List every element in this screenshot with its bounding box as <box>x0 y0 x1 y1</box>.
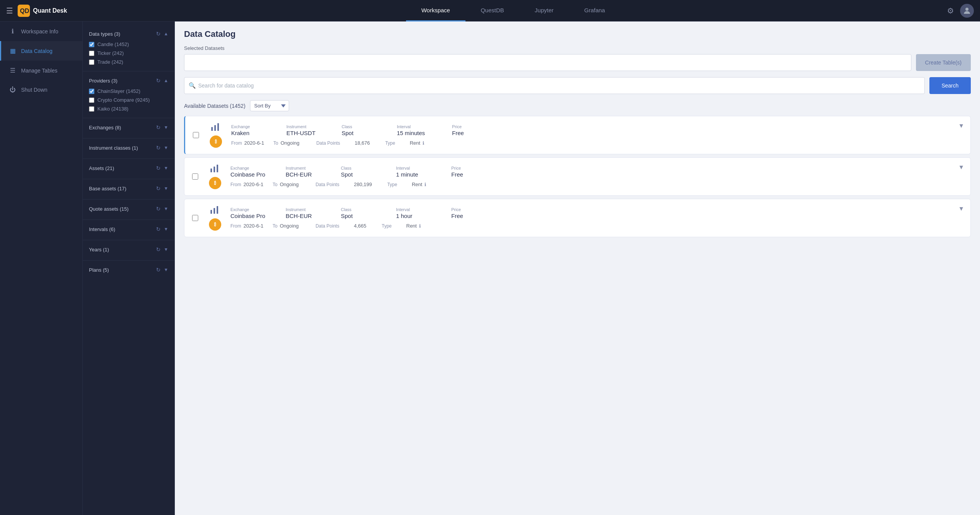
instrument-classes-refresh-icon[interactable]: ↻ <box>156 145 161 151</box>
chainslayer-checkbox[interactable] <box>89 89 94 94</box>
card-1-to-value: Ongoing <box>280 182 299 187</box>
svg-rect-4 <box>214 125 216 131</box>
chainslayer-label[interactable]: ChainSlayer (1452) <box>97 88 140 94</box>
sidebar-item-workspace-info[interactable]: ℹ Workspace Info <box>0 21 82 41</box>
card-0-expand-button[interactable]: ▼ <box>958 122 964 129</box>
instrument-classes-collapse-icon[interactable]: ▼ <box>164 145 168 150</box>
cryptocompare-checkbox[interactable] <box>89 97 94 103</box>
svg-text:QD: QD <box>20 8 29 14</box>
intervals-header: Intervals (6) ↻ ▼ <box>89 226 168 232</box>
nav-tab-jupyter[interactable]: Jupyter <box>520 0 569 21</box>
nav-actions: ⚙ <box>947 4 974 18</box>
card-1-rent-info-icon[interactable]: ℹ <box>424 182 426 187</box>
plans-actions: ↻ ▼ <box>156 267 168 273</box>
base-assets-collapse-icon[interactable]: ▼ <box>164 186 168 191</box>
card-2-rent-info-icon[interactable]: ℹ <box>419 223 421 229</box>
selected-datasets-section: Selected Datasets Create Table(s) <box>175 45 980 77</box>
card-0-to-label: To <box>273 140 278 146</box>
quote-assets-refresh-icon[interactable]: ↻ <box>156 206 161 212</box>
nav-tab-workspace[interactable]: Workspace <box>406 0 465 21</box>
intervals-collapse-icon[interactable]: ▼ <box>164 226 168 232</box>
sort-select[interactable]: Sort By Exchange Instrument Price <box>250 100 289 111</box>
plans-collapse-icon[interactable]: ▼ <box>164 267 168 272</box>
card-2-to-value: Ongoing <box>280 223 299 229</box>
power-icon: ⏻ <box>9 86 16 93</box>
card-0-price-label: Price <box>452 124 490 129</box>
plans-header: Plans (5) ↻ ▼ <box>89 267 168 273</box>
data-types-refresh-icon[interactable]: ↻ <box>156 31 161 37</box>
card-1-expand-button[interactable]: ▼ <box>958 164 964 171</box>
sidebar-item-data-catalog[interactable]: ▦ Data Catalog <box>0 41 82 61</box>
create-tables-button[interactable]: Create Table(s) <box>916 54 971 71</box>
user-avatar[interactable] <box>960 4 974 18</box>
card-1-icon-wrap: ₿ <box>206 164 224 189</box>
hamburger-icon[interactable]: ☰ <box>6 6 13 15</box>
card-0-checkbox[interactable] <box>193 132 199 138</box>
card-2-price-value: Free <box>451 213 490 219</box>
sidebar-item-manage-tables[interactable]: ☰ Manage Tables <box>0 61 82 80</box>
assets-collapse-icon[interactable]: ▼ <box>164 165 168 171</box>
kaiko-label[interactable]: Kaiko (24138) <box>97 106 128 112</box>
candle-label[interactable]: Candle (1452) <box>97 41 129 47</box>
filter-section-quote-assets: Quote assets (15) ↻ ▼ <box>83 203 174 216</box>
kaiko-checkbox[interactable] <box>89 106 94 112</box>
trade-checkbox[interactable] <box>89 59 94 65</box>
card-1-instrument-col: Instrument BCH-EUR <box>286 166 332 178</box>
nav-tab-grafana[interactable]: Grafana <box>569 0 620 21</box>
available-datasets-section: Available Datasets (1452) Sort By Exchan… <box>175 100 980 245</box>
assets-refresh-icon[interactable]: ↻ <box>156 165 161 171</box>
cryptocompare-label[interactable]: Crypto Compare (9245) <box>97 97 150 103</box>
card-1-top-cols: Exchange Coinbase Pro Instrument BCH-EUR… <box>230 166 963 178</box>
card-0-icon-wrap: ₿ <box>207 122 225 148</box>
settings-icon[interactable]: ⚙ <box>947 6 954 15</box>
sidebar-label-manage-tables: Manage Tables <box>21 68 58 74</box>
providers-collapse-icon[interactable]: ▲ <box>164 78 168 83</box>
nav-tab-questdb[interactable]: QuestDB <box>465 0 520 21</box>
card-2-checkbox[interactable] <box>192 215 198 221</box>
card-1-interval-value: 1 minute <box>396 171 442 178</box>
years-actions: ↻ ▼ <box>156 246 168 253</box>
dataset-card-1: ₿ Exchange Coinbase Pro Instrument <box>184 157 971 196</box>
sidebar-item-shut-down[interactable]: ⏻ Shut Down <box>0 80 82 99</box>
filter-trade: Trade (242) <box>89 58 168 66</box>
years-collapse-icon[interactable]: ▼ <box>164 247 168 252</box>
card-1-checkbox[interactable] <box>192 173 198 180</box>
svg-rect-9 <box>210 210 212 214</box>
data-types-collapse-icon[interactable]: ▲ <box>164 31 168 36</box>
card-2-dp: Data Points 4,665 <box>316 223 367 229</box>
card-0-instrument-label: Instrument <box>286 124 332 129</box>
card-1-checkbox-wrap <box>192 173 200 180</box>
years-refresh-icon[interactable]: ↻ <box>156 246 161 253</box>
card-2-from: From 2020-6-1 <box>230 223 263 229</box>
filter-candle: Candle (1452) <box>89 40 168 49</box>
card-0-interval-col: Interval 15 minutes <box>397 124 443 136</box>
plans-refresh-icon[interactable]: ↻ <box>156 267 161 273</box>
card-2-from-value: 2020-6-1 <box>243 223 263 229</box>
data-types-header: Data types (3) ↻ ▲ <box>89 31 168 37</box>
providers-refresh-icon[interactable]: ↻ <box>156 78 161 84</box>
ticker-label[interactable]: Ticker (242) <box>97 50 124 56</box>
intervals-refresh-icon[interactable]: ↻ <box>156 226 161 232</box>
svg-rect-11 <box>217 206 218 214</box>
quote-assets-collapse-icon[interactable]: ▼ <box>164 206 168 211</box>
search-button[interactable]: Search <box>929 77 971 94</box>
card-1-coin-icon: ₿ <box>209 177 221 189</box>
providers-header: Providers (3) ↻ ▲ <box>89 78 168 84</box>
exchanges-collapse-icon[interactable]: ▼ <box>164 125 168 130</box>
base-assets-refresh-icon[interactable]: ↻ <box>156 185 161 191</box>
assets-actions: ↻ ▼ <box>156 165 168 171</box>
card-1-from-value: 2020-6-1 <box>243 182 263 187</box>
card-2-expand-button[interactable]: ▼ <box>958 205 964 212</box>
card-0-rent-info-icon[interactable]: ℹ <box>423 140 424 146</box>
card-1-exchange-col: Exchange Coinbase Pro <box>230 166 276 178</box>
search-input[interactable] <box>184 77 925 94</box>
candle-checkbox[interactable] <box>89 42 94 47</box>
card-0-interval-value: 15 minutes <box>397 130 443 136</box>
ticker-checkbox[interactable] <box>89 51 94 56</box>
card-0-dp: Data Points 18,676 <box>316 140 370 146</box>
card-2-type: Type Rent ℹ <box>381 223 421 229</box>
exchanges-refresh-icon[interactable]: ↻ <box>156 124 161 130</box>
trade-label[interactable]: Trade (242) <box>97 59 123 65</box>
card-0-from-label: From <box>231 140 242 146</box>
base-assets-title: Base assets (17) <box>89 186 127 191</box>
